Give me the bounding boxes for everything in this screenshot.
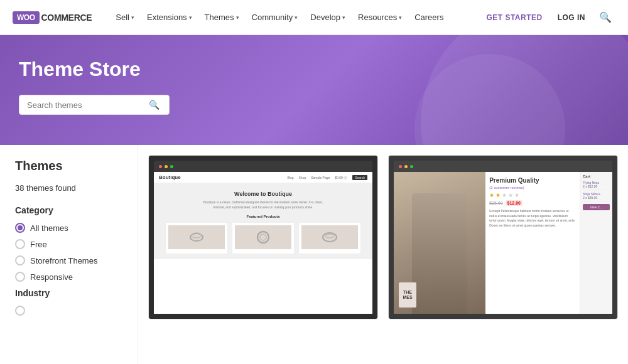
ring-icon-1 (187, 228, 206, 247)
search-box: 🔍 (19, 95, 170, 115)
nav-develop[interactable]: Develop▾ (304, 9, 352, 26)
theme-preview-premium: THEMES Premium Quality (2 customer revie… (389, 156, 617, 319)
browser-dot-red (159, 165, 162, 168)
industry-label: Industry (15, 288, 125, 298)
theme-card-boutique[interactable]: Boutique Blog Shop Sample Page $0.00 🛒 S… (148, 155, 378, 319)
old-price: $15.00 (489, 201, 502, 205)
new-price: $12.00 (506, 200, 522, 206)
reviews-link[interactable]: (2 customer reviews) (489, 186, 524, 190)
chevron-down-icon: ▾ (295, 14, 298, 21)
ring-icon-3 (320, 228, 339, 247)
browser-bar-2 (394, 161, 612, 172)
star-4: ★ (508, 192, 513, 198)
hero-banner: Theme Store 🔍 (0, 35, 628, 145)
themes-count: 38 themes found (15, 183, 125, 193)
search-submit-button[interactable]: 🔍 (149, 100, 160, 110)
nav-community[interactable]: Community▾ (246, 9, 305, 26)
themes-heading: Themes (15, 155, 125, 173)
star-3: ★ (502, 192, 507, 198)
description: Excerpt Pellentesque habitant morbi tris… (489, 209, 576, 228)
star-2: ★ (495, 192, 501, 198)
category-storefront[interactable]: Storefront Themes (15, 255, 125, 265)
radio-all-icon (15, 223, 25, 233)
ring-icon-2 (254, 228, 273, 247)
industry-radio-1[interactable] (15, 306, 125, 316)
view-cart-button[interactable]: View C... (583, 204, 610, 210)
category-section: Category All themes Free Storefront Them… (15, 205, 125, 282)
category-label: Category (15, 205, 125, 215)
chevron-down-icon: ▾ (236, 14, 239, 21)
category-free[interactable]: Free (15, 239, 125, 249)
nav-resources[interactable]: Resources▾ (352, 9, 408, 26)
boutique-browser-content: Boutique Blog Shop Sample Page $0.00 🛒 S… (154, 172, 372, 314)
radio-free-icon (15, 239, 25, 249)
nav-careers[interactable]: Careers (408, 9, 450, 26)
login-button[interactable]: LOG IN (553, 9, 590, 26)
content-area: Themes 38 themes found Category All them… (0, 145, 628, 364)
reviews-row: (2 customer reviews) (489, 186, 576, 190)
premium-title: Premium Quality (489, 177, 576, 184)
hero-title: Theme Store (19, 58, 609, 81)
logo[interactable]: WOO COMMERCE (13, 11, 92, 24)
browser-bar (154, 161, 372, 172)
themes-grid: Boutique Blog Shop Sample Page $0.00 🛒 S… (148, 155, 618, 319)
logo-text: COMMERCE (41, 13, 92, 23)
radio-responsive-icon (15, 272, 25, 282)
cart-item-1: Flying Ninja 2 x $12.00 (583, 181, 610, 190)
main-nav: WOO COMMERCE Sell▾ Extensions▾ Themes▾ C… (0, 0, 628, 35)
search-icon[interactable]: 🔍 (595, 8, 615, 27)
sidebar: Themes 38 themes found Category All them… (0, 145, 138, 364)
premium-image-area: THEMES (394, 172, 485, 314)
star-1: ★ (489, 192, 494, 198)
nav-extensions[interactable]: Extensions▾ (141, 9, 198, 26)
star-5: ★ (514, 192, 519, 198)
nav-themes[interactable]: Themes▾ (198, 9, 246, 26)
browser-dot-yellow (165, 165, 168, 168)
premium-text-area: Premium Quality (2 customer reviews) ★ ★… (485, 172, 580, 314)
chevron-down-icon: ▾ (131, 14, 134, 21)
browser-dot-green (170, 165, 173, 168)
browser-dot-red-2 (399, 165, 402, 168)
chevron-down-icon: ▾ (399, 14, 402, 21)
browser-dot-green-2 (410, 165, 413, 168)
chevron-down-icon: ▾ (189, 14, 192, 21)
svg-point-3 (260, 234, 266, 240)
theme-card-premium[interactable]: THEMES Premium Quality (2 customer revie… (388, 155, 618, 319)
svg-point-5 (325, 234, 334, 238)
nav-sell[interactable]: Sell▾ (109, 9, 141, 26)
get-started-button[interactable]: GET STARTED (481, 9, 547, 26)
chevron-down-icon: ▾ (342, 14, 345, 21)
category-responsive[interactable]: Responsive (15, 272, 125, 282)
radio-industry-1-icon (15, 306, 25, 316)
theme-preview-boutique: Boutique Blog Shop Sample Page $0.00 🛒 S… (149, 156, 377, 319)
nav-actions: GET STARTED LOG IN 🔍 (481, 8, 615, 27)
logo-box: WOO (13, 11, 40, 24)
premium-browser-content: THEMES Premium Quality (2 customer revie… (394, 172, 612, 314)
price-row: $15.00 $12.00 (489, 200, 576, 206)
nav-links: Sell▾ Extensions▾ Themes▾ Community▾ Dev… (109, 9, 481, 26)
cart-panel: Cart Flying Ninja 2 x $12.00 Ninja Silho… (580, 172, 612, 314)
radio-storefront-icon (15, 255, 25, 265)
cart-item-2: Ninja Silhou... 2 x $35.00 (583, 192, 610, 201)
search-input[interactable] (27, 100, 146, 110)
svg-point-2 (257, 232, 269, 243)
category-all-themes[interactable]: All themes (15, 223, 125, 233)
industry-section: Industry (15, 288, 125, 316)
browser-dot-yellow-2 (404, 165, 408, 168)
themes-main: Boutique Blog Shop Sample Page $0.00 🛒 S… (138, 145, 628, 364)
cart-title: Cart (583, 174, 610, 178)
